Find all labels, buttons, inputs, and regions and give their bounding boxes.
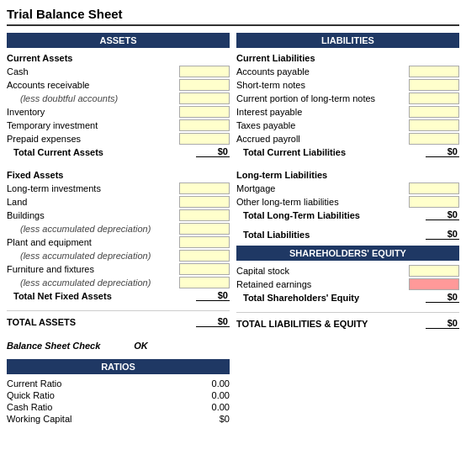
list-item: Quick Ratio 0.00 (7, 389, 230, 401)
total-lt-liabilities-value: $0 (426, 209, 459, 220)
list-item: Cash Ratio 0.00 (7, 401, 230, 413)
inventory-input[interactable] (179, 106, 230, 118)
quick-ratio-label: Quick Ratio (7, 390, 188, 400)
furniture-dep-input[interactable] (179, 277, 230, 288)
interest-label: Interest payable (236, 107, 405, 117)
short-notes-input[interactable] (409, 79, 459, 91)
curr-lt-input[interactable] (409, 93, 459, 104)
interest-input[interactable] (409, 106, 459, 118)
list-item: Capital stock (236, 264, 459, 278)
inventory-label: Inventory (7, 107, 176, 117)
total-current-assets-value: $0 (196, 146, 230, 157)
total-fixed-assets-label: Total Net Fixed Assets (7, 291, 193, 301)
total-current-assets-row: Total Current Assets $0 (7, 145, 230, 158)
ratios-section: RATIOS Current Ratio 0.00 Quick Ratio 0.… (7, 359, 230, 425)
current-assets-header: Current Assets (7, 53, 230, 63)
list-item: Accounts payable (236, 65, 459, 78)
capital-stock-input[interactable] (409, 265, 459, 277)
plant-dep-label: (less accumulated depreciation) (7, 251, 176, 261)
total-liabilities-equity-value: $0 (426, 318, 459, 329)
list-item: Taxes payable (236, 119, 459, 132)
list-item: Prepaid expenses (7, 132, 230, 145)
total-assets-value: $0 (196, 316, 230, 327)
total-liabilities-value: $0 (426, 229, 459, 240)
list-item: (less accumulated depreciation) (7, 249, 230, 262)
assets-column: ASSETS Current Assets Cash Accounts rece… (7, 33, 230, 425)
plant-label: Plant and equipment (7, 237, 176, 247)
buildings-dep-label: (less accumulated depreciation) (7, 224, 176, 234)
total-current-assets-label: Total Current Assets (7, 147, 193, 157)
list-item: (less doubtful accounts) (7, 92, 230, 105)
lt-liabilities-header: Long-term Liabilities (236, 170, 459, 180)
ap-label: Accounts payable (236, 66, 405, 77)
list-item: Inventory (7, 105, 230, 119)
retained-earnings-label: Retained earnings (236, 279, 405, 289)
retained-earnings-input[interactable] (409, 278, 459, 290)
total-liabilities-row: Total Liabilities $0 (236, 228, 459, 241)
list-item: Retained earnings (236, 278, 459, 291)
land-input[interactable] (179, 196, 230, 208)
total-liabilities-equity-row: TOTAL LIABILITIES & EQUITY $0 (236, 318, 459, 329)
current-ratio-value: 0.00 (188, 378, 230, 389)
furniture-dep-label: (less accumulated depreciation) (7, 278, 176, 288)
buildings-dep-input[interactable] (179, 223, 230, 235)
mortgage-label: Mortgage (236, 183, 405, 193)
doubtful-input[interactable] (179, 93, 230, 104)
list-item: Current portion of long-term notes (236, 92, 459, 105)
taxes-input[interactable] (409, 119, 459, 131)
capital-stock-label: Capital stock (236, 266, 405, 276)
furniture-label: Furniture and fixtures (7, 264, 176, 274)
total-lt-liabilities-label: Total Long-Term Liabilities (236, 210, 422, 220)
prepaid-label: Prepaid expenses (7, 134, 176, 144)
mortgage-input[interactable] (409, 182, 459, 194)
land-label: Land (7, 197, 176, 207)
list-item: Long-term investments (7, 182, 230, 195)
list-item: Interest payable (236, 105, 459, 119)
current-liabilities-header: Current Liabilities (236, 53, 459, 63)
list-item: Short-term notes (236, 78, 459, 92)
temp-invest-input[interactable] (179, 119, 230, 131)
list-item: Furniture and fixtures (7, 262, 230, 276)
total-fixed-assets-row: Total Net Fixed Assets $0 (7, 289, 230, 302)
short-notes-label: Short-term notes (236, 80, 405, 90)
list-item: (less accumulated depreciation) (7, 276, 230, 289)
plant-input[interactable] (179, 236, 230, 248)
quick-ratio-value: 0.00 (188, 390, 230, 400)
other-lt-input[interactable] (409, 196, 459, 208)
working-capital-label: Working Capital (7, 414, 188, 424)
list-item: Cash (7, 65, 230, 78)
ap-input[interactable] (409, 66, 459, 77)
ratios-header: RATIOS (7, 359, 230, 374)
total-current-liabilities-value: $0 (426, 146, 459, 157)
equity-header: SHAREHOLDERS' EQUITY (236, 246, 459, 261)
fixed-assets-header: Fixed Assets (7, 170, 230, 180)
total-liabilities-label: Total Liabilities (236, 230, 422, 240)
buildings-input[interactable] (179, 209, 230, 221)
plant-dep-input[interactable] (179, 250, 230, 262)
list-item: Working Capital $0 (7, 413, 230, 425)
furniture-input[interactable] (179, 263, 230, 275)
list-item: Current Ratio 0.00 (7, 378, 230, 389)
balance-check-status: OK (134, 341, 148, 351)
lt-invest-input[interactable] (179, 182, 230, 194)
total-assets-label: TOTAL ASSETS (7, 317, 76, 327)
working-capital-value: $0 (188, 414, 230, 424)
cash-label: Cash (7, 66, 176, 77)
lt-invest-label: Long-term investments (7, 183, 176, 193)
list-item: Other long-term liabilities (236, 195, 459, 209)
prepaid-input[interactable] (179, 133, 230, 145)
list-item: Plant and equipment (7, 235, 230, 249)
ar-label: Accounts receivable (7, 80, 176, 90)
cash-input[interactable] (179, 66, 230, 77)
liabilities-column: LIABILITIES Current Liabilities Accounts… (236, 33, 459, 425)
list-item: (less accumulated depreciation) (7, 222, 230, 235)
page-title: Trial Balance Sheet (7, 7, 459, 26)
doubtful-label: (less doubtful accounts) (7, 93, 176, 103)
accrued-input[interactable] (409, 133, 459, 145)
liabilities-header: LIABILITIES (236, 33, 459, 48)
other-lt-label: Other long-term liabilities (236, 197, 405, 207)
total-fixed-assets-value: $0 (196, 290, 230, 301)
list-item: Temporary investment (7, 119, 230, 132)
list-item: Accounts receivable (7, 78, 230, 92)
ar-input[interactable] (179, 79, 230, 91)
